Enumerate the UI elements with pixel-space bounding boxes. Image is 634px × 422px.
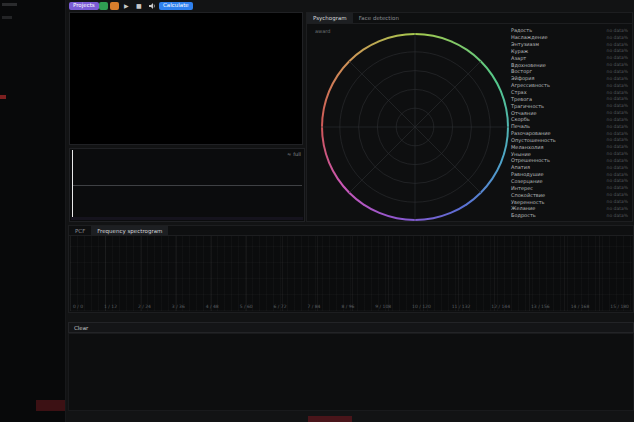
emotion-value: no data% [607, 83, 628, 88]
emotion-row: Эйфория no data% [511, 75, 628, 82]
left-sidebar [0, 0, 66, 422]
psychogram-panel: Psychogram Face detection award [306, 12, 633, 222]
emotion-row: Апатия no data% [511, 164, 628, 171]
emotion-value: no data% [607, 42, 628, 47]
projects-button[interactable]: Projects [69, 2, 99, 10]
spectrogram-panel: PCF Frequency spectrogram 0 / 0 1 / 12 2… [68, 225, 634, 313]
video-preview [69, 12, 303, 145]
speaker-icon [148, 2, 156, 10]
emotion-row: Уверенность no data% [511, 198, 628, 205]
emotion-value: no data% [607, 137, 628, 142]
emotion-name: Вдохновение [511, 62, 546, 68]
emotion-name: Страх [511, 89, 527, 95]
time-label: 7 / 84 [307, 304, 320, 309]
emotion-row: Азарт no data% [511, 54, 628, 61]
emotion-name: Уныние [511, 151, 531, 157]
app-window: Projects ▶ ■ Calculate ≈ full Psychogram… [0, 0, 634, 422]
emotion-row: Энтузиазм no data% [511, 41, 628, 48]
taskbar-indicator [308, 416, 352, 422]
emotion-name: Равнодушие [511, 171, 544, 177]
emotion-name: Желание [511, 205, 535, 211]
time-label: 12 / 144 [491, 304, 510, 309]
emotion-name: Трагичность [511, 103, 544, 109]
emotion-row: Отрешенность no data% [511, 157, 628, 164]
stop-button[interactable]: ■ [134, 2, 144, 10]
emotion-row: Восторг no data% [511, 68, 628, 75]
waveform-zoom-icon: ≈ [287, 151, 291, 157]
emotion-value: no data% [607, 131, 628, 136]
emotion-row: Вдохновение no data% [511, 61, 628, 68]
emotion-name: Эйфория [511, 75, 535, 81]
emotion-value: no data% [607, 165, 628, 170]
emotion-row: Отчаяние no data% [511, 109, 628, 116]
emotion-name: Уверенность [511, 199, 545, 205]
time-label: 4 / 48 [206, 304, 219, 309]
emotion-row: Желание no data% [511, 205, 628, 212]
emotion-value: no data% [607, 151, 628, 156]
tab-frequency-spectrogram[interactable]: Frequency spectrogram [91, 226, 168, 235]
tab-psychogram[interactable]: Psychogram [307, 13, 353, 23]
waveform-zero-line [73, 185, 302, 186]
emotion-name: Отчаяние [511, 110, 536, 116]
emotion-value: no data% [607, 69, 628, 74]
emotion-row: Скорбь no data% [511, 116, 628, 123]
time-label: 9 / 108 [375, 304, 391, 309]
sidebar-red-indicator [0, 95, 6, 99]
emotion-name: Восторг [511, 68, 532, 74]
emotion-value: no data% [607, 178, 628, 183]
emotion-value: no data% [607, 55, 628, 60]
audio-waveform-panel[interactable]: ≈ full [69, 148, 305, 222]
time-label: 6 / 72 [274, 304, 287, 309]
emotion-value: no data% [607, 110, 628, 115]
lower-panel [68, 333, 634, 411]
psychogram-radar-chart [321, 33, 509, 221]
emotion-name: Агрессивность [511, 82, 550, 88]
emotion-row: Радость no data% [511, 27, 628, 34]
emotion-name: Спокойствие [511, 192, 545, 198]
tab-face-detection[interactable]: Face detection [353, 13, 405, 23]
emotion-value: no data% [607, 192, 628, 197]
toolbar-button-green[interactable] [99, 2, 108, 10]
emotion-list: Радость no data% Наслаждение no data% Эн… [511, 27, 628, 219]
time-label: 3 / 36 [172, 304, 185, 309]
emotion-name: Энтузиазм [511, 41, 539, 47]
psychogram-grid [321, 33, 509, 221]
emotion-value: no data% [607, 117, 628, 122]
emotion-name: Созерцание [511, 178, 543, 184]
time-label: 8 / 96 [341, 304, 354, 309]
emotion-value: no data% [607, 172, 628, 177]
sidebar-mark [2, 3, 17, 6]
sidebar-mark [2, 16, 12, 19]
emotion-row: Разочарование no data% [511, 130, 628, 137]
emotion-row: Наслаждение no data% [511, 34, 628, 41]
emotion-value: no data% [607, 124, 628, 129]
bottom-panel-tabbar: PCF Frequency spectrogram [69, 226, 633, 236]
play-button[interactable]: ▶ [122, 2, 131, 10]
toolbar-button-orange[interactable] [110, 2, 119, 10]
time-label: 15 / 180 [610, 304, 629, 309]
emotion-value: no data% [607, 206, 628, 211]
emotion-name: Интерес [511, 185, 533, 191]
calculate-button[interactable]: Calculate [159, 2, 193, 10]
emotion-row: Интерес no data% [511, 184, 628, 191]
clear-button[interactable]: Clear [68, 322, 634, 333]
emotion-row: Бодрость no data% [511, 212, 628, 219]
tab-pcf[interactable]: PCF [69, 226, 91, 235]
emotion-name: Меланхолия [511, 144, 543, 150]
time-label: 14 / 168 [571, 304, 590, 309]
speaker-button[interactable] [146, 2, 158, 10]
emotion-value: no data% [607, 144, 628, 149]
emotion-value: no data% [607, 90, 628, 95]
emotion-value: no data% [607, 48, 628, 53]
time-label: 11 / 132 [452, 304, 471, 309]
emotion-value: no data% [607, 199, 628, 204]
emotion-row: Равнодушие no data% [511, 171, 628, 178]
waveform-full-toggle[interactable]: ≈ full [287, 151, 301, 157]
time-label: 0 / 0 [73, 304, 83, 309]
emotion-row: Уныние no data% [511, 150, 628, 157]
emotion-name: Отрешенность [511, 157, 550, 163]
emotion-row: Опустошенность no data% [511, 137, 628, 144]
emotion-value: no data% [607, 28, 628, 33]
emotion-value: no data% [607, 96, 628, 101]
waveform-full-label: full [293, 151, 301, 157]
